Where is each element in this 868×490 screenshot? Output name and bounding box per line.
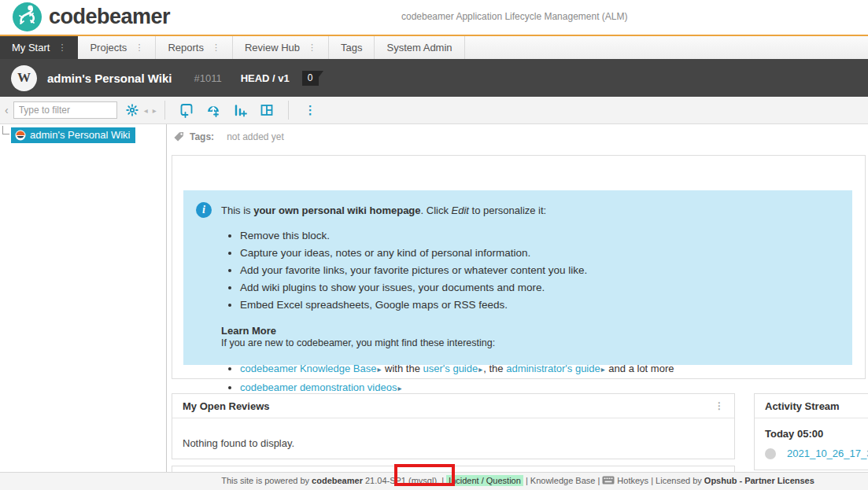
tag-icon	[173, 131, 185, 142]
tab-projects[interactable]: Projects ⋮	[78, 36, 156, 59]
external-link-arrow-icon: ▸	[397, 384, 401, 392]
layout-grid-icon[interactable]	[259, 102, 275, 118]
knowledge-base-footer-link[interactable]: Knowledge Base	[530, 476, 596, 485]
tags-value[interactable]: not added yet	[227, 131, 284, 142]
version-label[interactable]: HEAD / v1	[241, 72, 290, 84]
knowledge-base-link[interactable]: codebeamer Knowledge Base	[240, 363, 376, 374]
wiki-avatar: W	[11, 65, 37, 91]
tab-tags[interactable]: Tags	[329, 36, 375, 59]
collapse-tree-icon[interactable]: ‹	[5, 104, 9, 116]
wiki-homepage-card: i This is your own personal wiki homepag…	[172, 155, 866, 379]
footer-text: This site is powered by codebeamer 21.04…	[168, 473, 868, 490]
tab-review-hub[interactable]: Review Hub ⋮	[233, 36, 329, 59]
info-bullet: Capture your ideas, notes or any kind of…	[240, 245, 837, 262]
footer-version: 21.04-SP1 (mysql). |	[363, 476, 446, 485]
wiki-page-icon	[15, 130, 26, 141]
info-bullet: Add your favorite links, your favorite p…	[240, 262, 837, 279]
activity-date-header: Today 05:00	[755, 418, 868, 440]
item-id: #1011	[194, 72, 221, 84]
tab-reports[interactable]: Reports ⋮	[156, 36, 233, 59]
add-wiki-page-icon[interactable]	[179, 102, 194, 118]
upload-icon[interactable]	[205, 102, 221, 118]
info-bullet: Embed Excel spreadsheets, Google maps or…	[240, 297, 837, 314]
opshub-link[interactable]: Opshub - Partner Licenses	[704, 476, 814, 485]
footer: This site is powered by codebeamer 21.04…	[0, 472, 868, 490]
keyboard-icon	[602, 473, 615, 490]
app-tagline: codebeamer Application Lifecycle Managem…	[401, 11, 627, 22]
learn-more-links: codebeamer Knowledge Base▸ with the user…	[240, 359, 837, 397]
hotkeys-link[interactable]: Hotkeys	[617, 476, 648, 485]
tree-branch-line	[2, 126, 9, 134]
tab-my-start[interactable]: My Start ⋮	[0, 36, 78, 59]
external-link-arrow-icon: ▸	[601, 365, 605, 374]
tags-row: Tags: not added yet	[173, 131, 284, 142]
main-content: Tags: not added yet i This is your own p…	[168, 124, 868, 472]
info-bullet-list: Remove this block. Capture your ideas, n…	[240, 227, 837, 314]
info-intro: This is your own personal wiki homepage.…	[221, 202, 546, 216]
learn-more-link-row: codebeamer Knowledge Base▸ with the user…	[240, 359, 837, 378]
codebeamer-gecko-icon	[13, 2, 42, 31]
tree-filter-input[interactable]	[13, 101, 117, 119]
info-box: i This is your own personal wiki homepag…	[183, 190, 852, 365]
tree-item-personal-wiki[interactable]: admin's Personal Wiki	[11, 127, 135, 143]
panel-menu-icon[interactable]: ⋮	[715, 400, 724, 411]
gear-icon[interactable]	[125, 103, 139, 117]
nav-back-icon[interactable]: ◂	[144, 106, 148, 115]
activity-stream-header: Activity Stream	[755, 394, 868, 418]
footer-brand: codebeamer	[312, 476, 363, 485]
tab-menu-icon[interactable]: ⋮	[212, 42, 220, 53]
admins-guide-link[interactable]: administrator's guide	[506, 363, 600, 374]
avatar	[765, 448, 776, 459]
wiki-title-bar: W admin's Personal Wiki #1011 HEAD / v1 …	[0, 59, 868, 97]
page-title: admin's Personal Wiki	[47, 72, 172, 85]
count-badge[interactable]: 0	[302, 71, 319, 86]
activity-stream-panel: Activity Stream Today 05:00 2021_10_26_1…	[754, 393, 868, 470]
empty-state-text: Nothing found to display.	[172, 418, 734, 468]
tab-menu-icon[interactable]: ⋮	[135, 42, 143, 53]
activity-entry-link[interactable]: 2021_10_26_17_38	[787, 448, 868, 459]
demo-videos-link[interactable]: codebeamer demonstration videos	[240, 381, 397, 393]
partial-panel	[172, 466, 735, 472]
tags-label: Tags:	[190, 131, 214, 142]
top-header: codebeamer codebeamer Application Lifecy…	[0, 0, 868, 35]
wiki-tree-panel: admin's Personal Wiki	[0, 124, 167, 472]
learn-more-title: Learn More	[221, 325, 837, 337]
activity-entry: 2021_10_26_17_38	[755, 440, 868, 459]
codebeamer-logo[interactable]: codebeamer	[13, 2, 170, 31]
info-bullet: Add wiki plugins to show your issues, yo…	[240, 279, 837, 297]
tab-menu-icon[interactable]: ⋮	[308, 42, 316, 53]
brand-text: codebeamer	[49, 5, 170, 29]
learn-more-intro: If you are new to codebeamer, you might …	[221, 337, 837, 348]
toolbar-divider	[288, 101, 289, 120]
codebeamer-app: codebeamer codebeamer Application Lifecy…	[0, 0, 868, 490]
toolbar-more-icon[interactable]: ⋮	[305, 103, 316, 117]
incident-question-link[interactable]: Incident / Question	[446, 475, 523, 486]
external-link-arrow-icon: ▸	[478, 365, 482, 374]
info-icon: i	[196, 202, 212, 218]
main-nav-tabs: My Start ⋮ Projects ⋮ Reports ⋮ Review H…	[0, 35, 868, 59]
my-open-reviews-panel: My Open Reviews ⋮ Nothing found to displ…	[172, 393, 735, 459]
my-open-reviews-header: My Open Reviews ⋮	[172, 394, 734, 418]
info-bullet: Remove this block.	[240, 227, 837, 245]
tab-menu-icon[interactable]: ⋮	[57, 42, 66, 53]
nav-forward-icon[interactable]: ▸	[153, 106, 157, 115]
wiki-toolbar: ‹ ◂ ▸	[0, 97, 868, 124]
external-link-arrow-icon: ▸	[377, 365, 381, 374]
toolbar-divider	[164, 101, 165, 120]
users-guide-link[interactable]: user's guide	[423, 363, 478, 374]
add-report-icon[interactable]	[232, 102, 248, 118]
tab-system-admin[interactable]: System Admin	[375, 36, 464, 59]
